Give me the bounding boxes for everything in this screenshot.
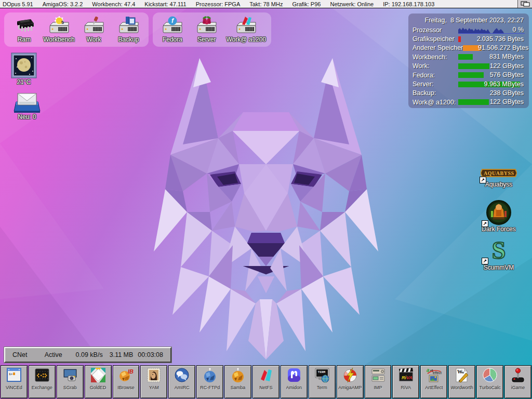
rc-ftpd-icon (202, 367, 218, 383)
monitor-row-work: Work: 122 GBytes (408, 62, 529, 71)
dock-app-amigaamp[interactable]: AmigaAMP (337, 365, 364, 398)
scummvm-label: ScummVM (484, 264, 514, 271)
amirc-icon (174, 367, 190, 383)
dock-app-netfs[interactable]: NetFS (252, 365, 280, 398)
cpu-history-graph (458, 26, 505, 33)
dock-app-vinced[interactable]: 1> ViNCEd (1, 365, 28, 398)
net-uptime: 00:03:08 (138, 351, 163, 358)
desktop-icon-mail[interactable]: Neu: 0 (10, 90, 44, 121)
dock-app-wordworth[interactable]: W w Wordworth (448, 365, 475, 398)
exchange-icon (34, 367, 50, 383)
dock-app-amidon[interactable]: Amidon (281, 365, 308, 398)
dock-item-label: Work (87, 36, 101, 43)
dock-app-label: Samba (231, 385, 246, 390)
row-value: 831 MBytes (489, 53, 524, 61)
link-badge-icon: ↗ (482, 220, 488, 227)
mail-tray-icon (13, 90, 41, 113)
row-value: 2.035.736 Bytes (477, 35, 524, 43)
desktop: Ram 5 Workbench (0, 8, 532, 399)
dock-app-imp[interactable]: IMP (365, 365, 392, 398)
menubar-item-prozessor: Prozessor: FPGA (196, 1, 241, 7)
igame-joystick-icon (510, 367, 526, 383)
dock-app-sgrab[interactable]: SGrab (57, 365, 84, 398)
desktop-icon-aquabyss[interactable]: AQUABYSS ↗ Aquabyss (475, 165, 522, 188)
row-value: 9.963 MBytes (484, 81, 524, 88)
weather-label: 21°C (17, 78, 31, 86)
monitor-row-othermem: Anderer Speicher 91.506.272 Bytes (408, 44, 529, 52)
svg-text:IB: IB (128, 368, 134, 375)
dock-item-workbench[interactable]: 5 Workbench (43, 16, 75, 43)
yam-icon (145, 367, 162, 383)
app-dock: 1> ViNCEd Exchange (1, 365, 531, 398)
dock-app-label: ViNCEd (6, 385, 22, 390)
dock-app-label: iGame (511, 385, 525, 390)
monitor-row-workbench: Workbench: 831 MBytes (408, 52, 529, 61)
term-icon: TERM (314, 367, 330, 383)
golded-icon (90, 367, 107, 383)
dock-app-rc-ftpd[interactable]: RC-FTPd (196, 365, 223, 398)
net-total: 3.11 MB (110, 351, 138, 358)
row-value: 91.506.272 Bytes (478, 44, 528, 52)
mail-label: Neu: 0 (18, 113, 36, 121)
dock-app-igame[interactable]: iGame (504, 365, 531, 398)
row-value: 238 GBytes (490, 89, 524, 97)
wordworth-icon: W w (454, 367, 470, 383)
dock-app-label: Amidon (286, 385, 302, 390)
dock-item-backup[interactable]: Backup (113, 16, 144, 43)
dock-app-label: Exchange (32, 385, 52, 390)
dock-app-riva[interactable]: Ri VA RiVA (392, 365, 419, 398)
menubar-item-netzwerk: Netzwerk: Online (330, 1, 374, 7)
work-bar (458, 63, 489, 69)
dock-app-exchange[interactable]: Exchange (29, 365, 56, 398)
row-label: Fedora: (413, 72, 435, 79)
dock-app-samba[interactable]: Samba (224, 365, 251, 398)
dock-item-ram[interactable]: Ram (8, 16, 40, 43)
net-monitor-window[interactable]: CNet Active 0.09 kB/s 3.11 MB 00:03:08 (4, 347, 171, 363)
dock-item-label: Workbench (43, 36, 74, 43)
amidon-mastodon-icon (286, 367, 302, 383)
turbocalc-pie-icon (482, 367, 498, 383)
monitor-row-work-a1200: Work@ a1200: 122 GBytes (408, 98, 529, 107)
drive-work-icon (82, 16, 107, 36)
menubar-item-grafik: Grafik: P96 (292, 1, 321, 7)
row-label: Prozessor (413, 26, 442, 34)
dock-app-term[interactable]: TERM Term (309, 365, 336, 398)
row-label: Anderer Speicher (413, 44, 463, 51)
svg-text:AQUABYSS: AQUABYSS (484, 170, 514, 176)
desktop-icon-scummvm[interactable]: S ↗ ScummVM (475, 237, 522, 271)
link-badge-icon: ↗ (480, 177, 486, 183)
dock-app-golded[interactable]: GoldED (85, 365, 112, 398)
dock-app-yam[interactable]: YAM (140, 365, 167, 398)
net-rate: 0.09 kB/s (76, 351, 110, 358)
dock-app-arteffect[interactable]: a rt effect ArtEffect (420, 365, 447, 398)
dock-app-turbocalc[interactable]: TurboCalc (476, 365, 503, 398)
row-value: 576 GBytes (490, 71, 524, 79)
dock-item-work[interactable]: Work (78, 16, 110, 43)
dock-item-fedora[interactable]: f Fedora (157, 16, 188, 43)
dock-app-label: Term (317, 385, 327, 390)
row-value: 0 % (512, 26, 524, 34)
screen-depth-gadget[interactable] (517, 0, 532, 8)
drive-fedora-icon: f (160, 16, 185, 36)
desktop-icon-weather[interactable]: 21°C (7, 52, 41, 86)
dock-item-label: Work@ a1200 (226, 36, 266, 43)
dock-remote: f Fedora Server (153, 12, 271, 47)
vinced-icon: 1> (6, 367, 22, 383)
samba-icon (230, 367, 246, 383)
drive-raspberry-icon (194, 16, 219, 36)
dock-drives: Ram 5 Workbench (4, 12, 149, 47)
depth-icon (521, 1, 530, 7)
dock-app-ibrowse[interactable]: IB IBrowse (113, 365, 140, 398)
dock-item-work-a1200[interactable]: Work@ a1200 (225, 16, 267, 43)
row-value: 122 GBytes (490, 62, 524, 70)
clock-date: Freitag, 8 September 2023, 22:27 (408, 16, 529, 25)
dock-item-server[interactable]: Server (191, 16, 222, 43)
ibrowse-icon: IB (118, 367, 135, 383)
row-label: Work: (413, 62, 429, 70)
desktop-icon-dark-forces[interactable]: ↗ Dark Forces (475, 200, 522, 233)
row-label: Server: (413, 81, 433, 88)
dock-app-amirc[interactable]: AmIRC (168, 365, 195, 398)
scummvm-s-icon: S (485, 237, 512, 264)
link-badge-icon: ↗ (482, 258, 488, 264)
dock-item-label: Ram (18, 36, 31, 43)
